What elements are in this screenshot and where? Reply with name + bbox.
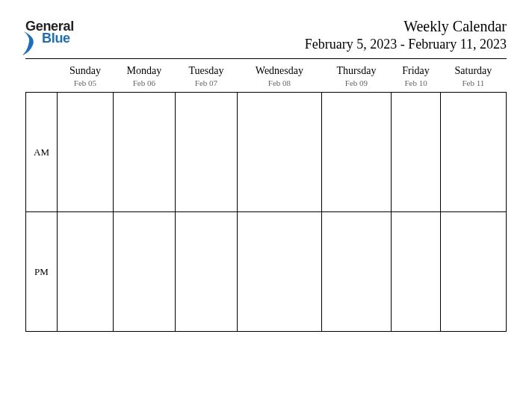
calendar-cell[interactable] [321,93,391,212]
day-name: Sunday [69,65,101,76]
date-range: February 5, 2023 - February 11, 2023 [305,37,507,52]
calendar-page: General Blue Weekly Calendar February 5,… [0,0,532,354]
period-label-cell: AM [26,93,58,212]
day-date: Feb 05 [58,78,113,92]
day-date: Feb 07 [176,78,236,92]
day-date: Feb 08 [238,78,321,92]
day-name: Tuesday [188,65,223,76]
day-date: Feb 06 [114,78,174,92]
period-row-pm: PM [26,212,507,332]
calendar-cell[interactable] [58,93,114,212]
period-label: PM [34,266,49,277]
period-column-header [26,59,58,93]
day-header: Wednesday Feb 08 [238,59,322,93]
header-row: General Blue Weekly Calendar February 5,… [25,18,507,52]
day-date: Feb 09 [322,78,390,92]
day-header: Thursday Feb 09 [321,59,391,93]
day-name: Friday [402,65,430,76]
page-title: Weekly Calendar [305,18,507,35]
calendar-cell[interactable] [440,212,506,332]
calendar-cell[interactable] [238,93,322,212]
period-label: AM [34,146,49,158]
day-header: Friday Feb 10 [392,59,441,93]
day-name: Thursday [337,65,377,76]
day-header-row: Sunday Feb 05 Monday Feb 06 Tuesday Feb … [26,59,507,93]
day-header: Tuesday Feb 07 [175,59,237,93]
calendar-cell[interactable] [175,93,237,212]
period-label-cell: PM [26,212,58,332]
day-header: Monday Feb 06 [113,59,175,93]
calendar-cell[interactable] [113,212,175,332]
weekly-calendar-table: Sunday Feb 05 Monday Feb 06 Tuesday Feb … [25,59,507,332]
day-name: Saturday [455,65,492,76]
period-row-am: AM [26,93,507,212]
title-block: Weekly Calendar February 5, 2023 - Febru… [305,18,507,52]
day-header: Sunday Feb 05 [58,59,114,93]
calendar-cell[interactable] [321,212,391,332]
calendar-cell[interactable] [175,212,237,332]
calendar-cell[interactable] [440,93,506,212]
calendar-cell[interactable] [113,93,175,212]
calendar-cell[interactable] [392,93,441,212]
logo-line-2: Blue [42,31,74,45]
day-header: Saturday Feb 11 [440,59,506,93]
day-name: Monday [127,65,162,76]
calendar-cell[interactable] [58,212,114,332]
day-name: Wednesday [256,65,303,76]
calendar-cell[interactable] [392,212,441,332]
day-date: Feb 10 [392,78,440,92]
calendar-cell[interactable] [238,212,322,332]
brand-logo: General Blue [25,18,74,45]
day-date: Feb 11 [441,78,505,92]
